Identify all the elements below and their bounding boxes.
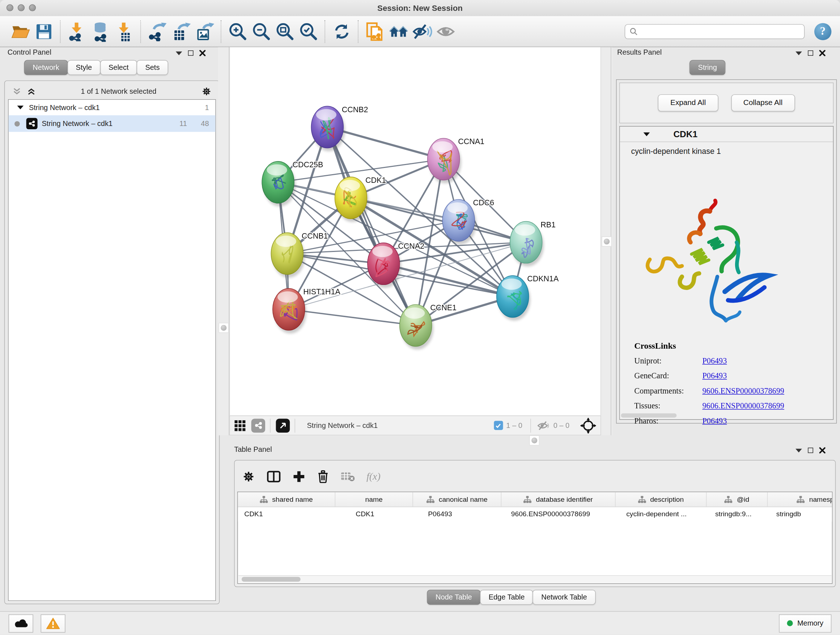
crosslink-genecard-link[interactable]: P06493	[702, 371, 727, 380]
collapse-panel-icon[interactable]	[796, 51, 802, 55]
column-header[interactable]: canonical name	[413, 492, 501, 507]
close-panel-icon[interactable]	[199, 50, 206, 57]
cell-name[interactable]: CDK1	[335, 507, 413, 522]
export-network-button[interactable]	[146, 19, 169, 43]
refresh-view-button[interactable]	[330, 19, 354, 43]
cell-shared-name[interactable]: CDK1	[238, 507, 336, 522]
tab-select[interactable]: Select	[100, 60, 137, 75]
tab-network-table[interactable]: Network Table	[533, 590, 596, 605]
birdseye-crosshair-icon[interactable]	[580, 417, 596, 433]
column-header[interactable]: name	[335, 492, 413, 507]
float-panel-icon[interactable]	[188, 50, 194, 56]
memory-button[interactable]: Memory	[779, 614, 832, 632]
import-network-from-file-button[interactable]	[65, 19, 89, 43]
zoom-out-button[interactable]	[249, 19, 273, 43]
column-header[interactable]: @id	[706, 492, 767, 507]
cloud-status-button[interactable]	[9, 614, 33, 632]
tab-string[interactable]: String	[690, 60, 726, 75]
network-view-footer: String Network – cdk1 1 – 0 0 – 0	[229, 416, 601, 435]
hide-selected-button[interactable]	[410, 19, 434, 43]
search-field[interactable]	[625, 24, 805, 39]
warnings-button[interactable]	[41, 614, 65, 632]
tab-node-table[interactable]: Node Table	[427, 590, 480, 605]
first-neighbors-button[interactable]	[387, 19, 410, 43]
column-header[interactable]: description	[616, 492, 707, 507]
network-graph[interactable]: CCNB2CCNA1CDC25BCDK1CDC6RB1CCNB1CCNA2CDK…	[230, 47, 602, 415]
export-table-button[interactable]	[169, 19, 193, 43]
collapse-section-icon[interactable]	[644, 132, 650, 136]
detach-view-icon[interactable]	[276, 418, 290, 432]
show-all-button[interactable]	[434, 19, 458, 43]
search-input[interactable]	[638, 27, 800, 36]
network-edge[interactable]	[327, 127, 416, 325]
table-horizontal-scrollbar[interactable]	[238, 575, 831, 583]
horizontal-splitter[interactable]	[229, 435, 840, 444]
results-horizontal-scrollbar[interactable]	[621, 413, 676, 418]
left-splitter[interactable]	[218, 47, 229, 435]
add-column-icon[interactable]	[293, 470, 306, 483]
zoom-selected-button[interactable]	[297, 19, 320, 43]
cell-canonical-name[interactable]: P06493	[413, 507, 501, 522]
crosslink-pharos-link[interactable]: P06493	[702, 417, 727, 426]
close-panel-icon[interactable]	[819, 447, 826, 454]
scrollbar-thumb[interactable]	[242, 577, 301, 581]
node-table[interactable]: shared name name canonical name database…	[237, 492, 832, 584]
results-panel-controls	[796, 50, 826, 57]
table-row[interactable]: CDK1 CDK1 P06493 9606.ENSP00000378699 cy…	[238, 507, 833, 522]
cell-description[interactable]: cyclin-dependent ...	[616, 507, 707, 522]
show-columns-icon[interactable]	[267, 470, 281, 483]
cell-id[interactable]: stringdb:9...	[706, 507, 767, 522]
crosslink-uniprot-link[interactable]: P06493	[702, 356, 727, 366]
network-row-selected[interactable]: String Network – cdk1 11 48	[9, 115, 216, 132]
tab-edge-table[interactable]: Edge Table	[480, 590, 533, 605]
export-image-button[interactable]	[193, 19, 216, 43]
save-session-button[interactable]	[32, 19, 56, 43]
network-edge[interactable]	[289, 309, 416, 325]
table-options-gear-icon[interactable]	[242, 470, 255, 483]
delete-column-icon[interactable]	[317, 470, 329, 483]
column-header[interactable]: namespace	[767, 492, 832, 507]
crosslink-tissues-link[interactable]: 9606.ENSP00000378699	[702, 402, 784, 410]
toolbar-separator	[221, 20, 222, 43]
crosslink-compartments-link[interactable]: 9606.ENSP00000378699	[702, 386, 784, 396]
close-panel-icon[interactable]	[819, 50, 826, 57]
grid-view-icon[interactable]	[234, 420, 246, 432]
network-badge-icon[interactable]	[251, 418, 265, 432]
network-collection-row[interactable]: String Network – cdk1 1	[9, 100, 216, 115]
import-table-from-file-button[interactable]	[112, 19, 136, 43]
node-gloss-highlight	[267, 165, 287, 176]
node-gloss-highlight	[316, 109, 336, 120]
question-mark-icon: ?	[820, 25, 826, 38]
collapse-panel-icon[interactable]	[796, 448, 802, 452]
zoom-in-button[interactable]	[226, 19, 249, 43]
cell-database-identifier[interactable]: 9606.ENSP00000378699	[501, 507, 615, 522]
network-canvas[interactable]: CCNB2CCNA1CDC25BCDK1CDC6RB1CCNB1CCNA2CDK…	[229, 47, 601, 415]
expand-all-networks-icon[interactable]	[27, 87, 36, 96]
network-options-gear-icon[interactable]	[202, 86, 212, 96]
status-bar: Memory	[0, 611, 840, 635]
cell-namespace[interactable]: stringdb	[767, 507, 832, 522]
expand-all-button[interactable]: Expand All	[658, 95, 718, 111]
float-panel-icon[interactable]	[808, 448, 813, 453]
horizontal-splitter-handle[interactable]	[529, 435, 539, 445]
open-session-button[interactable]	[9, 19, 32, 43]
import-network-from-database-button[interactable]	[89, 19, 112, 43]
collection-expander-icon[interactable]	[17, 106, 24, 109]
collapse-panel-icon[interactable]	[176, 51, 182, 55]
protein-header-row[interactable]: CDK1	[620, 126, 833, 142]
collapse-all-button[interactable]: Collapse All	[731, 95, 795, 111]
column-header[interactable]: database identifier	[501, 492, 615, 507]
zoom-fit-button[interactable]	[273, 19, 297, 43]
selected-checkbox-icon[interactable]	[494, 421, 503, 430]
tab-sets[interactable]: Sets	[137, 60, 168, 75]
duplicate-network-button[interactable]	[363, 19, 387, 43]
float-panel-icon[interactable]	[808, 50, 813, 56]
column-header[interactable]: shared name	[238, 492, 336, 507]
collapse-all-networks-icon[interactable]	[12, 87, 21, 96]
right-splitter[interactable]	[601, 47, 613, 435]
tab-style[interactable]: Style	[67, 60, 101, 75]
help-button[interactable]: ?	[814, 23, 831, 40]
right-splitter-handle[interactable]	[602, 236, 612, 247]
tab-network[interactable]: Network	[24, 60, 68, 75]
left-splitter-handle[interactable]	[218, 323, 229, 333]
